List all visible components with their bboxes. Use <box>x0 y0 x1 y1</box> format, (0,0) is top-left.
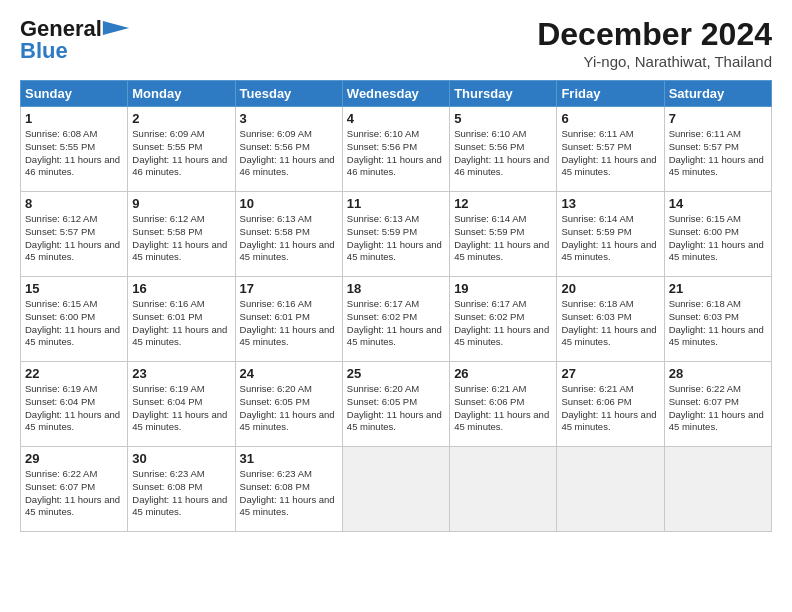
day-info: Sunrise: 6:15 AM Sunset: 6:00 PM Dayligh… <box>669 213 767 264</box>
day-info: Sunrise: 6:19 AM Sunset: 6:04 PM Dayligh… <box>25 383 123 434</box>
day-info: Sunrise: 6:13 AM Sunset: 5:58 PM Dayligh… <box>240 213 338 264</box>
day-info: Sunrise: 6:11 AM Sunset: 5:57 PM Dayligh… <box>561 128 659 179</box>
day-info: Sunrise: 6:17 AM Sunset: 6:02 PM Dayligh… <box>347 298 445 349</box>
calendar-cell: 5 Sunrise: 6:10 AM Sunset: 5:56 PM Dayli… <box>450 107 557 192</box>
calendar-cell: 4 Sunrise: 6:10 AM Sunset: 5:56 PM Dayli… <box>342 107 449 192</box>
day-number: 28 <box>669 366 767 381</box>
day-info: Sunrise: 6:12 AM Sunset: 5:57 PM Dayligh… <box>25 213 123 264</box>
day-number: 15 <box>25 281 123 296</box>
calendar-cell <box>342 447 449 532</box>
calendar-week-4: 22 Sunrise: 6:19 AM Sunset: 6:04 PM Dayl… <box>21 362 772 447</box>
calendar-table: SundayMondayTuesdayWednesdayThursdayFrid… <box>20 80 772 532</box>
day-number: 17 <box>240 281 338 296</box>
day-number: 1 <box>25 111 123 126</box>
day-number: 26 <box>454 366 552 381</box>
day-info: Sunrise: 6:23 AM Sunset: 6:08 PM Dayligh… <box>132 468 230 519</box>
calendar-header-wednesday: Wednesday <box>342 81 449 107</box>
calendar-cell: 29 Sunrise: 6:22 AM Sunset: 6:07 PM Dayl… <box>21 447 128 532</box>
title-block: December 2024 Yi-ngo, Narathiwat, Thaila… <box>537 16 772 70</box>
day-info: Sunrise: 6:14 AM Sunset: 5:59 PM Dayligh… <box>561 213 659 264</box>
calendar-cell: 18 Sunrise: 6:17 AM Sunset: 6:02 PM Dayl… <box>342 277 449 362</box>
day-info: Sunrise: 6:14 AM Sunset: 5:59 PM Dayligh… <box>454 213 552 264</box>
calendar-cell: 22 Sunrise: 6:19 AM Sunset: 6:04 PM Dayl… <box>21 362 128 447</box>
day-number: 19 <box>454 281 552 296</box>
calendar-cell: 12 Sunrise: 6:14 AM Sunset: 5:59 PM Dayl… <box>450 192 557 277</box>
calendar-cell: 8 Sunrise: 6:12 AM Sunset: 5:57 PM Dayli… <box>21 192 128 277</box>
day-number: 11 <box>347 196 445 211</box>
calendar-week-3: 15 Sunrise: 6:15 AM Sunset: 6:00 PM Dayl… <box>21 277 772 362</box>
logo: General Blue <box>20 16 130 64</box>
calendar-cell: 17 Sunrise: 6:16 AM Sunset: 6:01 PM Dayl… <box>235 277 342 362</box>
calendar-cell: 26 Sunrise: 6:21 AM Sunset: 6:06 PM Dayl… <box>450 362 557 447</box>
day-number: 18 <box>347 281 445 296</box>
day-number: 3 <box>240 111 338 126</box>
day-info: Sunrise: 6:09 AM Sunset: 5:55 PM Dayligh… <box>132 128 230 179</box>
day-info: Sunrise: 6:18 AM Sunset: 6:03 PM Dayligh… <box>669 298 767 349</box>
day-info: Sunrise: 6:10 AM Sunset: 5:56 PM Dayligh… <box>454 128 552 179</box>
page: General Blue December 2024 Yi-ngo, Narat… <box>0 0 792 542</box>
calendar-cell: 25 Sunrise: 6:20 AM Sunset: 6:05 PM Dayl… <box>342 362 449 447</box>
day-info: Sunrise: 6:21 AM Sunset: 6:06 PM Dayligh… <box>454 383 552 434</box>
day-number: 29 <box>25 451 123 466</box>
day-number: 7 <box>669 111 767 126</box>
calendar-cell: 20 Sunrise: 6:18 AM Sunset: 6:03 PM Dayl… <box>557 277 664 362</box>
calendar-cell <box>664 447 771 532</box>
day-number: 21 <box>669 281 767 296</box>
day-number: 20 <box>561 281 659 296</box>
main-title: December 2024 <box>537 16 772 53</box>
calendar-cell: 10 Sunrise: 6:13 AM Sunset: 5:58 PM Dayl… <box>235 192 342 277</box>
day-info: Sunrise: 6:13 AM Sunset: 5:59 PM Dayligh… <box>347 213 445 264</box>
calendar-cell: 30 Sunrise: 6:23 AM Sunset: 6:08 PM Dayl… <box>128 447 235 532</box>
logo-icon <box>102 21 130 35</box>
day-info: Sunrise: 6:12 AM Sunset: 5:58 PM Dayligh… <box>132 213 230 264</box>
calendar-cell: 2 Sunrise: 6:09 AM Sunset: 5:55 PM Dayli… <box>128 107 235 192</box>
calendar-cell: 27 Sunrise: 6:21 AM Sunset: 6:06 PM Dayl… <box>557 362 664 447</box>
day-number: 4 <box>347 111 445 126</box>
day-info: Sunrise: 6:16 AM Sunset: 6:01 PM Dayligh… <box>132 298 230 349</box>
logo-blue: Blue <box>20 38 68 64</box>
calendar-header-saturday: Saturday <box>664 81 771 107</box>
day-number: 27 <box>561 366 659 381</box>
calendar-cell: 15 Sunrise: 6:15 AM Sunset: 6:00 PM Dayl… <box>21 277 128 362</box>
svg-marker-0 <box>103 21 129 35</box>
day-info: Sunrise: 6:15 AM Sunset: 6:00 PM Dayligh… <box>25 298 123 349</box>
day-number: 16 <box>132 281 230 296</box>
day-info: Sunrise: 6:09 AM Sunset: 5:56 PM Dayligh… <box>240 128 338 179</box>
calendar-cell: 7 Sunrise: 6:11 AM Sunset: 5:57 PM Dayli… <box>664 107 771 192</box>
calendar-cell: 23 Sunrise: 6:19 AM Sunset: 6:04 PM Dayl… <box>128 362 235 447</box>
calendar-cell: 3 Sunrise: 6:09 AM Sunset: 5:56 PM Dayli… <box>235 107 342 192</box>
subtitle: Yi-ngo, Narathiwat, Thailand <box>537 53 772 70</box>
day-info: Sunrise: 6:20 AM Sunset: 6:05 PM Dayligh… <box>347 383 445 434</box>
calendar-cell <box>557 447 664 532</box>
day-info: Sunrise: 6:08 AM Sunset: 5:55 PM Dayligh… <box>25 128 123 179</box>
calendar-header-tuesday: Tuesday <box>235 81 342 107</box>
day-info: Sunrise: 6:20 AM Sunset: 6:05 PM Dayligh… <box>240 383 338 434</box>
calendar-cell: 24 Sunrise: 6:20 AM Sunset: 6:05 PM Dayl… <box>235 362 342 447</box>
day-number: 30 <box>132 451 230 466</box>
day-number: 10 <box>240 196 338 211</box>
day-number: 24 <box>240 366 338 381</box>
calendar-cell: 28 Sunrise: 6:22 AM Sunset: 6:07 PM Dayl… <box>664 362 771 447</box>
day-info: Sunrise: 6:22 AM Sunset: 6:07 PM Dayligh… <box>669 383 767 434</box>
day-number: 25 <box>347 366 445 381</box>
calendar-header-friday: Friday <box>557 81 664 107</box>
day-number: 9 <box>132 196 230 211</box>
day-info: Sunrise: 6:10 AM Sunset: 5:56 PM Dayligh… <box>347 128 445 179</box>
calendar-header-row: SundayMondayTuesdayWednesdayThursdayFrid… <box>21 81 772 107</box>
day-info: Sunrise: 6:23 AM Sunset: 6:08 PM Dayligh… <box>240 468 338 519</box>
calendar-cell <box>450 447 557 532</box>
day-number: 23 <box>132 366 230 381</box>
calendar-cell: 13 Sunrise: 6:14 AM Sunset: 5:59 PM Dayl… <box>557 192 664 277</box>
calendar-cell: 6 Sunrise: 6:11 AM Sunset: 5:57 PM Dayli… <box>557 107 664 192</box>
calendar-cell: 31 Sunrise: 6:23 AM Sunset: 6:08 PM Dayl… <box>235 447 342 532</box>
calendar-cell: 21 Sunrise: 6:18 AM Sunset: 6:03 PM Dayl… <box>664 277 771 362</box>
calendar-header-monday: Monday <box>128 81 235 107</box>
day-number: 31 <box>240 451 338 466</box>
day-number: 5 <box>454 111 552 126</box>
day-number: 22 <box>25 366 123 381</box>
header: General Blue December 2024 Yi-ngo, Narat… <box>20 16 772 70</box>
day-number: 2 <box>132 111 230 126</box>
day-info: Sunrise: 6:11 AM Sunset: 5:57 PM Dayligh… <box>669 128 767 179</box>
day-info: Sunrise: 6:17 AM Sunset: 6:02 PM Dayligh… <box>454 298 552 349</box>
day-info: Sunrise: 6:18 AM Sunset: 6:03 PM Dayligh… <box>561 298 659 349</box>
